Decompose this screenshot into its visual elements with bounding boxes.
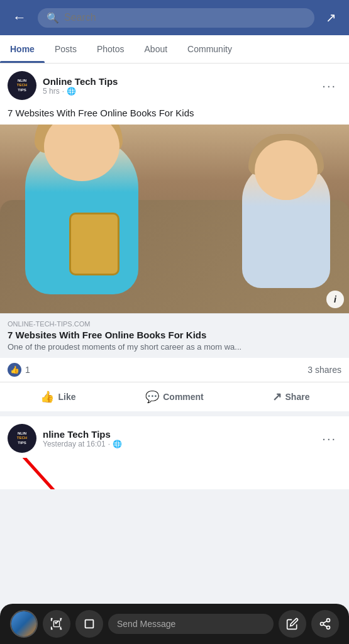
comment-button[interactable]: 💬 Comment (116, 384, 233, 410)
link-title: 7 Websites With Free Online Books For Ki… (8, 330, 341, 340)
link-image: i (0, 125, 349, 313)
reaction-count: 👍 1 (8, 363, 30, 377)
post-info: Online Tech Tips 5 hrs · 🌐 (43, 76, 311, 96)
share-icon[interactable]: ↗ (321, 5, 341, 30)
page-name: Online Tech Tips (43, 76, 311, 87)
globe-icon: 🌐 (67, 87, 76, 96)
link-preview[interactable]: i ONLINE-TECH-TIPS.COM 7 Websites With F… (0, 125, 349, 358)
tab-community[interactable]: Community (177, 35, 242, 63)
tab-posts[interactable]: Posts (45, 35, 87, 63)
like-icon: 👍 (40, 390, 54, 404)
thumbs-up-icon: 👍 (8, 363, 21, 377)
svg-line-1 (19, 458, 75, 489)
shares-count: 3 shares (307, 365, 341, 375)
page-name-2: nline Tech Tips (43, 429, 311, 440)
like-button[interactable]: 👍 Like (0, 384, 116, 410)
post-card-2: NLINTECHTIPS nline Tech Tips Yesterday a… (0, 416, 349, 489)
post-card-1: NLINTECHTIPS Online Tech Tips 5 hrs · 🌐 … (0, 64, 349, 411)
post-info-2: nline Tech Tips Yesterday at 16:01 · 🌐 (43, 429, 311, 448)
tab-home[interactable]: Home (0, 35, 45, 63)
search-icon: 🔍 (47, 12, 59, 24)
back-button[interactable]: ← (8, 4, 31, 31)
search-input[interactable] (64, 12, 306, 23)
comment-icon: 💬 (145, 390, 159, 404)
search-bar[interactable]: 🔍 (38, 8, 314, 28)
header: ← 🔍 ↗ (0, 0, 349, 35)
post-header-2: NLINTECHTIPS nline Tech Tips Yesterday a… (0, 416, 349, 458)
post-reactions: 👍 1 3 shares (0, 358, 349, 382)
tab-photos[interactable]: Photos (87, 35, 135, 63)
post-actions: 👍 Like 💬 Comment ↗ Share (0, 382, 349, 411)
avatar-2: NLINTECHTIPS (8, 424, 36, 453)
more-options-button-2[interactable]: ··· (317, 429, 341, 448)
tab-bar: Home Posts Photos About Community (0, 35, 349, 64)
link-meta: ONLINE-TECH-TIPS.COM 7 Websites With Fre… (0, 313, 349, 358)
avatar: NLINTECHTIPS (8, 71, 36, 100)
share-icon: ↗ (272, 390, 282, 404)
link-domain: ONLINE-TECH-TIPS.COM (8, 320, 341, 328)
more-options-button[interactable]: ··· (317, 76, 341, 96)
globe-icon-2: 🌐 (113, 440, 122, 448)
info-button[interactable]: i (326, 291, 344, 308)
post-meta-2: Yesterday at 16:01 · 🌐 (43, 440, 311, 448)
post-header: NLINTECHTIPS Online Tech Tips 5 hrs · 🌐 … (0, 64, 349, 105)
tab-about[interactable]: About (135, 35, 178, 63)
link-description: One of the proudest moments of my short … (8, 342, 341, 352)
post-text: 7 Websites With Free Online Books For Ki… (0, 105, 349, 125)
post-meta: 5 hrs · 🌐 (43, 87, 311, 96)
share-button[interactable]: ↗ Share (233, 384, 349, 410)
